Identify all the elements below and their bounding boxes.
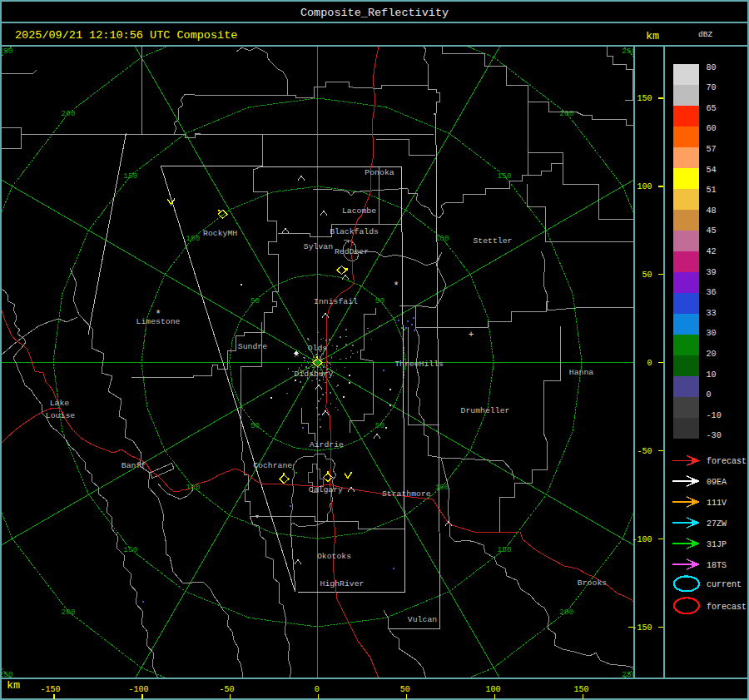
- svg-text:Drumheller: Drumheller: [461, 406, 510, 415]
- svg-text:Okotoks: Okotoks: [317, 552, 351, 561]
- svg-text:-150: -150: [632, 623, 652, 633]
- svg-text:-150: -150: [41, 685, 61, 694]
- svg-text:100: 100: [486, 685, 501, 694]
- svg-text:150: 150: [637, 94, 652, 103]
- svg-text:km: km: [646, 30, 659, 42]
- svg-text:Blackfalds: Blackfalds: [330, 227, 379, 236]
- svg-text:2025/09/21 12:10:56 UTC Compos: 2025/09/21 12:10:56 UTC Composite: [15, 29, 237, 42]
- svg-text:48: 48: [707, 206, 717, 216]
- svg-text:0: 0: [315, 685, 320, 694]
- svg-text:RockyMH: RockyMH: [203, 229, 237, 238]
- svg-text:Sundre: Sundre: [238, 342, 267, 351]
- svg-text:54: 54: [707, 166, 717, 175]
- svg-text:50: 50: [400, 685, 410, 694]
- svg-text:Strathmore: Strathmore: [382, 489, 431, 499]
- svg-text:27ZW: 27ZW: [707, 519, 727, 529]
- svg-text:Banff: Banff: [122, 461, 146, 470]
- svg-text:57: 57: [707, 145, 717, 154]
- svg-text:150: 150: [498, 171, 512, 181]
- svg-text:-10: -10: [707, 411, 722, 420]
- svg-text:150: 150: [498, 545, 512, 554]
- svg-text:100: 100: [637, 182, 652, 191]
- svg-text:*: *: [393, 280, 399, 292]
- svg-text:Didsbury: Didsbury: [294, 370, 333, 379]
- svg-text:Composite_Reflectivity: Composite_Reflectivity: [300, 7, 449, 19]
- svg-text:Stettler: Stettler: [473, 236, 512, 246]
- svg-text:50: 50: [250, 296, 260, 305]
- svg-text:ThreeHills: ThreeHills: [394, 360, 444, 369]
- svg-text:0: 0: [707, 390, 712, 400]
- svg-text:50: 50: [375, 421, 385, 430]
- svg-text:forecast: forecast: [707, 603, 747, 612]
- svg-text:km: km: [7, 679, 20, 692]
- svg-text:60: 60: [707, 124, 717, 133]
- svg-text:250: 250: [0, 47, 13, 56]
- svg-text:+: +: [469, 330, 474, 340]
- svg-text:200: 200: [62, 608, 76, 617]
- svg-text:150: 150: [573, 685, 588, 694]
- svg-text:Hanna: Hanna: [569, 368, 594, 377]
- svg-text:50: 50: [642, 271, 652, 280]
- svg-text:HighRiver: HighRiver: [320, 579, 365, 588]
- svg-text:33: 33: [707, 309, 717, 318]
- svg-text:-30: -30: [707, 431, 722, 440]
- svg-text:31JP: 31JP: [707, 540, 727, 549]
- svg-text:65: 65: [707, 104, 717, 113]
- svg-text:42: 42: [707, 247, 717, 256]
- svg-text:70: 70: [707, 83, 717, 92]
- svg-text:Vulcan: Vulcan: [408, 615, 437, 624]
- svg-text:-50: -50: [219, 685, 234, 694]
- svg-text:0: 0: [647, 359, 652, 368]
- svg-text:39: 39: [707, 268, 717, 277]
- svg-text:Calgary: Calgary: [309, 485, 343, 494]
- svg-text:200: 200: [62, 109, 76, 118]
- svg-text:Airdrie: Airdrie: [310, 440, 344, 449]
- svg-text:Louise: Louise: [46, 411, 75, 420]
- svg-text:200: 200: [559, 608, 573, 617]
- svg-text:current: current: [707, 580, 742, 589]
- svg-text:RedDeer: RedDeer: [335, 247, 369, 256]
- svg-text:50: 50: [375, 296, 385, 305]
- svg-text:Cochrane: Cochrane: [253, 461, 292, 470]
- svg-text:20: 20: [707, 350, 717, 359]
- svg-text:09EA: 09EA: [707, 478, 727, 487]
- svg-text:Olds: Olds: [308, 344, 328, 353]
- svg-text:Innisfail: Innisfail: [314, 297, 358, 306]
- svg-text:Brooks: Brooks: [578, 578, 607, 588]
- svg-text:Limestone: Limestone: [136, 317, 181, 326]
- svg-text:Ponoka: Ponoka: [365, 168, 394, 177]
- svg-text:150: 150: [123, 171, 137, 181]
- svg-text:Sylvan: Sylvan: [304, 242, 333, 251]
- svg-text:111V: 111V: [707, 499, 727, 508]
- svg-text:Lacombe: Lacombe: [342, 206, 376, 216]
- svg-text:Lake: Lake: [50, 399, 70, 408]
- svg-text:forecast: forecast: [707, 457, 747, 466]
- svg-text:100: 100: [435, 483, 449, 492]
- svg-text:30: 30: [707, 329, 717, 338]
- svg-text:80: 80: [707, 63, 717, 72]
- svg-text:100: 100: [186, 234, 200, 243]
- svg-text:36: 36: [707, 288, 717, 297]
- svg-text:200: 200: [559, 109, 573, 118]
- svg-text:50: 50: [250, 421, 260, 430]
- svg-text:-100: -100: [128, 685, 148, 694]
- svg-text:45: 45: [707, 226, 717, 236]
- svg-text:dBZ: dBZ: [698, 30, 712, 39]
- svg-text:150: 150: [123, 545, 137, 554]
- svg-text:-50: -50: [637, 447, 652, 456]
- svg-text:51: 51: [707, 186, 717, 195]
- svg-text:18TS: 18TS: [707, 561, 727, 570]
- svg-text:10: 10: [707, 370, 717, 380]
- svg-text:-100: -100: [632, 535, 652, 544]
